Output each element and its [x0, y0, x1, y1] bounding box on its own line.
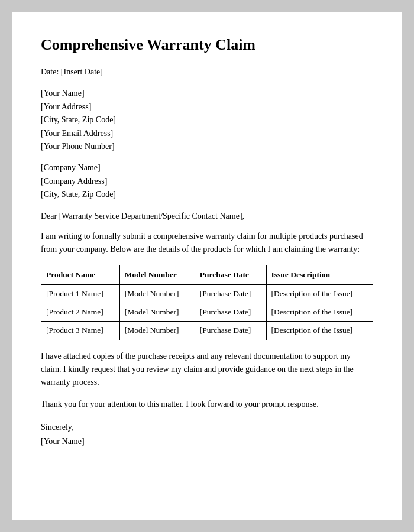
company-city: [City, State, Zip Code]: [41, 188, 373, 201]
closing-block: Sincerely, [Your Name]: [41, 420, 373, 449]
salutation-text: Dear [Warranty Service Department/Specif…: [41, 210, 373, 223]
issue-description-3: [Description of the Issue]: [266, 322, 373, 340]
col-header-issue-description: Issue Description: [266, 265, 373, 284]
purchase-date-2: [Purchase Date]: [195, 303, 266, 322]
model-number-3: [Model Number]: [119, 322, 195, 340]
col-header-purchase-date: Purchase Date: [195, 265, 266, 284]
products-table: Product Name Model Number Purchase Date …: [41, 265, 373, 340]
issue-description-2: [Description of the Issue]: [266, 303, 373, 322]
sender-name: [Your Name]: [41, 87, 373, 100]
purchase-date-3: [Purchase Date]: [195, 322, 266, 340]
sender-phone: [Your Phone Number]: [41, 140, 373, 153]
product-name-1: [Product 1 Name]: [41, 284, 120, 303]
sender-address: [Your Address]: [41, 100, 373, 113]
date-line: Date: [Insert Date]: [41, 66, 373, 79]
table-header-row: Product Name Model Number Purchase Date …: [41, 265, 373, 284]
purchase-date-1: [Purchase Date]: [195, 284, 266, 303]
document-container: Comprehensive Warranty Claim Date: [Inse…: [12, 12, 402, 520]
recipient-block: [Company Name] [Company Address] [City, …: [41, 161, 373, 201]
table-row: [Product 2 Name] [Model Number] [Purchas…: [41, 303, 373, 322]
company-name: [Company Name]: [41, 161, 373, 174]
model-number-2: [Model Number]: [119, 303, 195, 322]
product-name-3: [Product 3 Name]: [41, 322, 120, 340]
paragraph-3: Thank you for your attention to this mat…: [41, 398, 373, 411]
product-name-2: [Product 2 Name]: [41, 303, 120, 322]
salutation-block: Dear [Warranty Service Department/Specif…: [41, 210, 373, 223]
col-header-product-name: Product Name: [41, 265, 120, 284]
col-header-model-number: Model Number: [119, 265, 195, 284]
company-address: [Company Address]: [41, 175, 373, 188]
paragraph-1: I am writing to formally submit a compre…: [41, 230, 373, 257]
model-number-1: [Model Number]: [119, 284, 195, 303]
date-block: Date: [Insert Date]: [41, 66, 373, 79]
sender-block: [Your Name] [Your Address] [City, State,…: [41, 87, 373, 153]
table-row: [Product 3 Name] [Model Number] [Purchas…: [41, 322, 373, 340]
document-title: Comprehensive Warranty Claim: [41, 36, 373, 54]
sender-city: [City, State, Zip Code]: [41, 113, 373, 126]
closing-name: [Your Name]: [41, 434, 373, 449]
sender-email: [Your Email Address]: [41, 127, 373, 140]
table-row: [Product 1 Name] [Model Number] [Purchas…: [41, 284, 373, 303]
issue-description-1: [Description of the Issue]: [266, 284, 373, 303]
closing-text: Sincerely,: [41, 420, 373, 434]
paragraph-2: I have attached copies of the purchase r…: [41, 350, 373, 390]
